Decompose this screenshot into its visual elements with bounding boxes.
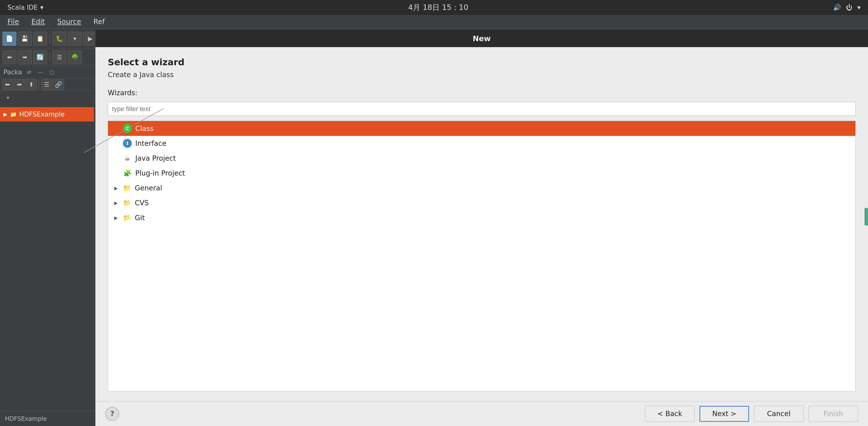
wizard-item-general[interactable]: ▶ 📁 General xyxy=(108,180,855,195)
wizard-item-label: Class xyxy=(135,124,154,133)
wizard-item-interface[interactable]: I Interface xyxy=(108,136,855,151)
tree-item-folder-icon: 📁 xyxy=(9,110,17,118)
new-wizard-dialog: New Select a wizard Create a Java class … xyxy=(95,30,868,426)
wizard-item-label: Interface xyxy=(135,139,166,147)
panel-header: Packa ⇄ — □ xyxy=(0,66,94,78)
datetime: 4月 18日 15：10 xyxy=(408,2,468,12)
finish-label: Finish xyxy=(824,409,843,418)
wizard-item-java-project[interactable]: ☕ Java Project xyxy=(108,151,855,166)
dialog-heading: Select a wizard xyxy=(108,57,856,67)
panel-collapse-btn[interactable]: ☰ xyxy=(41,79,52,90)
tree-expand-icon: ▶ xyxy=(3,111,7,117)
toolbar-run-btn[interactable]: ▶ xyxy=(83,32,97,46)
cancel-label: Cancel xyxy=(767,409,791,418)
wizard-list: C Class I Interface ☕ Java Project 🧩 Plu… xyxy=(108,121,856,391)
toolbar-list-btn[interactable]: ☰ xyxy=(53,50,66,64)
panel-nav: ⬅ ➡ ⬆ ☰ 🔗 xyxy=(0,78,94,91)
menu-edit[interactable]: Edit xyxy=(29,16,47,28)
ide-area: File Edit Source Ref 📄 💾 📋 🐛 ▾ ▶ ⬅ ➡ 🔄 ☰… xyxy=(0,15,868,426)
panel-link-btn[interactable]: 🔗 xyxy=(53,79,64,90)
back-label: < Back xyxy=(657,409,682,418)
toolbar-new-btn[interactable]: 📄 xyxy=(2,32,17,46)
expand-icon-git: ▶ xyxy=(113,215,119,221)
panel-nav-up[interactable]: ⬆ xyxy=(26,79,37,90)
back-button[interactable]: < Back xyxy=(645,406,694,422)
wizard-item-class[interactable]: C Class xyxy=(108,121,855,136)
cvs-folder-icon: 📁 xyxy=(122,198,131,207)
toolbar-save-btn[interactable]: 💾 xyxy=(18,32,32,46)
app-dropdown-icon[interactable]: ▾ xyxy=(40,4,43,11)
cancel-button[interactable]: Cancel xyxy=(754,406,804,422)
panel-sync-btn[interactable]: ⇄ xyxy=(25,68,33,77)
system-tray: 🔊 ⏻ ▾ xyxy=(833,4,861,11)
dialog-subheading: Create a Java class xyxy=(108,71,856,79)
power-icon[interactable]: ⏻ xyxy=(846,4,852,11)
filter-input[interactable] xyxy=(108,102,856,116)
panel-sep xyxy=(39,80,39,89)
scroll-indicator xyxy=(865,208,868,225)
next-button[interactable]: Next > xyxy=(700,406,749,422)
panel-title: Packa xyxy=(3,68,22,76)
dialog-titlebar: New xyxy=(95,30,868,47)
toolbar-back-btn[interactable]: ⬅ xyxy=(2,50,17,64)
general-folder-icon: 📁 xyxy=(122,183,131,192)
next-label: Next > xyxy=(712,409,737,418)
volume-icon[interactable]: 🔊 xyxy=(833,4,841,11)
menu-file[interactable]: File xyxy=(5,16,22,28)
wizard-item-label: General xyxy=(135,184,162,192)
toolbar-refresh-btn[interactable]: 🔄 xyxy=(33,50,47,64)
finish-button[interactable]: Finish xyxy=(809,406,858,422)
wizard-item-plugin-project[interactable]: 🧩 Plug-in Project xyxy=(108,166,855,180)
panel-dropdown-arrow[interactable]: ▾ xyxy=(3,93,12,102)
help-label: ? xyxy=(110,409,114,418)
toolbar-copy-btn[interactable]: 📋 xyxy=(33,32,47,46)
toolbar-dropdown-btn[interactable]: ▾ xyxy=(68,32,82,46)
wizard-item-git[interactable]: ▶ 📁 Git xyxy=(108,210,855,225)
panel-nav-fwd[interactable]: ➡ xyxy=(14,79,25,90)
left-panel: Packa ⇄ — □ ⬅ ➡ ⬆ ☰ 🔗 ▾ ▶ 📁 HDFSExample xyxy=(0,66,94,411)
java-project-icon: ☕ xyxy=(123,154,132,163)
tree-item-hdfsexample[interactable]: ▶ 📁 HDFSExample xyxy=(0,107,94,121)
panel-nav-back[interactable]: ⬅ xyxy=(2,79,13,90)
menu-source[interactable]: Source xyxy=(55,16,84,28)
wizard-item-label: CVS xyxy=(135,199,149,207)
interface-icon: I xyxy=(123,139,132,148)
panel-minimize-btn[interactable]: — xyxy=(36,68,45,77)
system-menu-icon[interactable]: ▾ xyxy=(857,4,861,11)
help-button[interactable]: ? xyxy=(105,407,119,421)
dialog-footer: ? < Back Next > Cancel Finish xyxy=(95,401,868,426)
plugin-project-icon: 🧩 xyxy=(123,169,132,177)
app-name: Scala IDE xyxy=(7,4,38,11)
wizard-item-label: Git xyxy=(135,214,145,222)
tree-item-label: HDFSExample xyxy=(19,111,64,118)
app-name-area: Scala IDE ▾ xyxy=(7,4,43,11)
wizards-label: Wizards: xyxy=(108,89,856,97)
toolbar-fwd-btn[interactable]: ➡ xyxy=(18,50,32,64)
dialog-title: New xyxy=(472,34,491,43)
system-bar: Scala IDE ▾ 4月 18日 15：10 🔊 ⏻ ▾ xyxy=(0,0,868,15)
git-folder-icon: 📁 xyxy=(122,213,131,222)
toolbar-sep-3 xyxy=(50,52,50,62)
toolbar-debug-btn[interactable]: 🐛 xyxy=(53,32,66,46)
expand-icon-general: ▶ xyxy=(113,185,119,191)
dialog-body: Select a wizard Create a Java class Wiza… xyxy=(95,47,868,401)
status-text: HDFSExample xyxy=(5,415,47,422)
menu-ref[interactable]: Ref xyxy=(91,16,107,28)
wizard-item-cvs[interactable]: ▶ 📁 CVS xyxy=(108,195,855,210)
wizard-item-label: Java Project xyxy=(135,154,176,163)
expand-icon-cvs: ▶ xyxy=(113,200,119,206)
class-icon: C xyxy=(123,124,132,133)
panel-maximize-btn[interactable]: □ xyxy=(47,68,56,77)
toolbar-sep-1 xyxy=(50,34,50,44)
wizard-item-label: Plug-in Project xyxy=(135,169,185,177)
ide-menubar: File Edit Source Ref xyxy=(0,15,868,29)
toolbar-tree-btn[interactable]: 🌳 xyxy=(68,50,82,64)
tree-container: ▶ 📁 HDFSExample xyxy=(0,105,94,124)
